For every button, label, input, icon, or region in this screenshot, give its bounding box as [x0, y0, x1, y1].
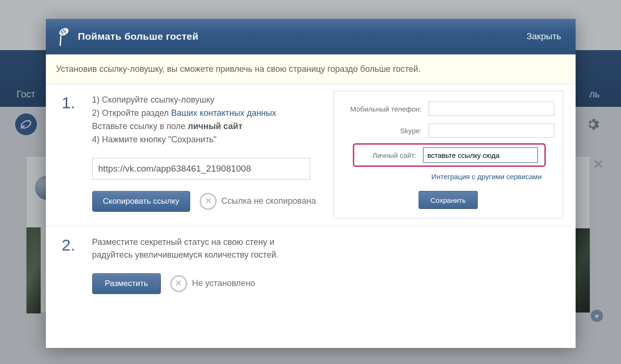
post-status-text: Не установлено: [192, 277, 255, 290]
modal-body: 1. 1) Скопируйте ссылку-ловушку 2) Откро…: [46, 84, 576, 348]
close-icon: ✕: [170, 275, 187, 292]
modal-title: Поймать больше гостей: [78, 31, 199, 42]
modal: Поймать больше гостей Закрыть Установив …: [46, 19, 576, 348]
phone-field: [429, 102, 554, 116]
modal-overlay: Поймать больше гостей Закрыть Установив …: [0, 0, 621, 364]
close-icon: ✕: [200, 193, 217, 210]
net-icon: [53, 25, 78, 48]
skype-label: Skype:: [334, 127, 422, 135]
step-1: 1. 1) Скопируйте ссылку-ловушку 2) Откро…: [46, 84, 576, 226]
phone-label: Мобильный телефон:: [334, 105, 422, 113]
step-number: 2.: [62, 236, 85, 295]
copy-status-text: Ссылка не скопирована: [221, 195, 316, 208]
example-save-button: Сохранить: [419, 191, 478, 209]
trap-link-input[interactable]: [92, 158, 310, 180]
step2-content: Разместите секретный статус на свою стен…: [92, 236, 338, 295]
info-text: Установив ссылку-ловушку, вы сможете при…: [56, 64, 421, 74]
copy-link-button[interactable]: Скопировать ссылку: [92, 191, 191, 212]
post-button[interactable]: Разместить: [92, 273, 161, 294]
step-2: 2. Разместите секретный статус на свою с…: [46, 226, 576, 309]
step-number: 1.: [62, 94, 85, 212]
modal-header: Поймать больше гостей Закрыть: [46, 19, 576, 54]
example-row-site-highlighted: Личный сайт:: [353, 143, 546, 167]
copy-status: ✕ Ссылка не скопирована: [200, 193, 316, 210]
close-button[interactable]: Закрыть: [526, 31, 561, 42]
post-status: ✕ Не установлено: [170, 275, 255, 292]
site-label: Личный сайт:: [354, 151, 417, 159]
site-field: [423, 147, 538, 163]
example-row-phone: Мобильный телефон:: [334, 98, 563, 120]
contact-data-link[interactable]: Ваших контактных данных: [171, 108, 276, 118]
integration-link: Интеграция с другими сервисами: [431, 173, 542, 181]
skype-field: [429, 123, 554, 138]
step1-content: 1) Скопируйте ссылку-ловушку 2) Откройте…: [92, 94, 338, 212]
info-bar: Установив ссылку-ловушку, вы сможете при…: [46, 54, 576, 84]
example-panel: Мобильный телефон: Skype: Личный сайт: И…: [333, 91, 563, 218]
example-row-skype: Skype:: [334, 120, 563, 141]
svg-point-2: [58, 26, 70, 37]
